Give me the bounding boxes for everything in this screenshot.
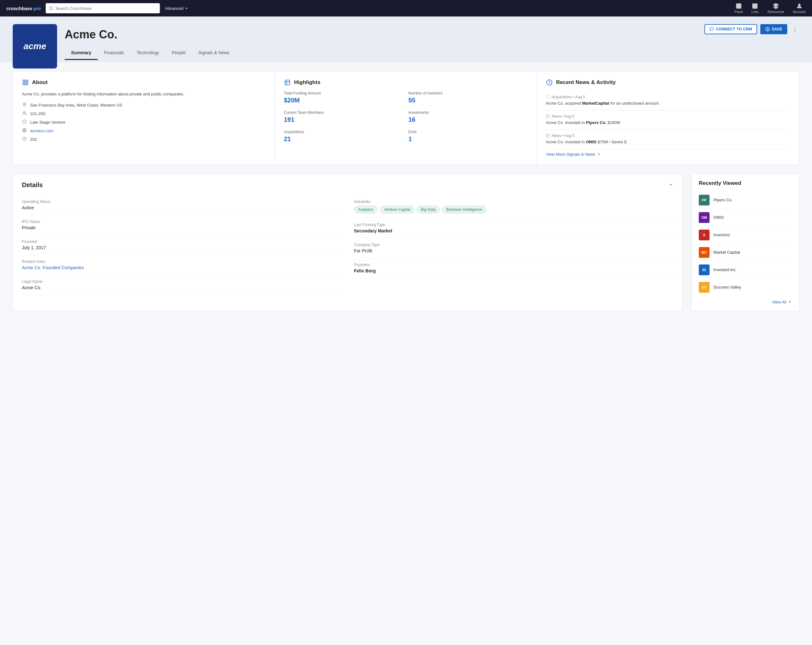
about-location: San Francisco Bay Area, West Coast, West… [22, 102, 266, 108]
news-text-2: Acme Co. invested in Pipers Co. $160M [546, 120, 790, 126]
svg-point-18 [24, 104, 25, 104]
news-icon [546, 79, 553, 86]
about-website[interactable]: acmeco.com [22, 128, 266, 134]
profile-header: acme Acme Co. Summary Financials Technol… [0, 17, 812, 62]
profile-info: Acme Co. Summary Financials Technology P… [65, 24, 799, 60]
nav-resources[interactable]: Resources [768, 3, 785, 14]
news-item-1: Acquisitions • Aug 5 Acme Co. acquired M… [546, 91, 790, 110]
details-left-col: Operating Status Active IPO Status Priva… [22, 195, 341, 295]
news-meta-2: News • Aug 5 [546, 114, 790, 119]
acquisition-icon [546, 95, 550, 99]
svg-rect-16 [23, 83, 25, 85]
connect-crm-button[interactable]: CONNECT TO CRM [704, 24, 757, 34]
rv-item-omis[interactable]: OM OMIS [699, 209, 792, 226]
news-text-3: Acme Co. invested in OMIS $75M / Series … [546, 139, 790, 145]
svg-rect-17 [26, 83, 28, 85]
chip-bi[interactable]: Business Intelligence [442, 206, 486, 213]
recently-viewed-title: Recently Viewed [699, 180, 792, 186]
detail-founded: Founded July 1, 2017 [22, 235, 341, 255]
chip-bigdata[interactable]: Big Data [417, 206, 440, 213]
view-all-link[interactable]: View All [699, 300, 792, 304]
resources-icon [773, 3, 779, 9]
save-plus-icon [765, 27, 770, 31]
view-all-arrow-icon [788, 300, 792, 304]
top-section: About Acme Co. provides a platform for f… [13, 71, 799, 165]
nav-right: Feed Lists Resources Account [735, 3, 806, 14]
advanced-button[interactable]: Advanced [165, 6, 188, 11]
chevron-down-icon [185, 6, 188, 10]
location-icon [22, 102, 27, 108]
chip-analytics[interactable]: Analytics [354, 206, 377, 213]
main-content: About Acme Co. provides a platform for f… [0, 62, 812, 320]
details-collapse-button[interactable] [668, 182, 673, 188]
bottom-section: Details Operating Status Active IPO Stat… [13, 174, 799, 311]
news-text-1: Acme Co. acquired MarketCapital for an u… [546, 101, 790, 106]
rv-item-successv[interactable]: SV Success Valley [699, 279, 792, 296]
svg-point-0 [49, 7, 52, 9]
highlight-acquisitions: Acquisitions 21 [284, 130, 403, 143]
news-doc2-icon [546, 134, 550, 138]
search-input[interactable] [55, 6, 157, 11]
tab-summary[interactable]: Summary [65, 46, 98, 60]
about-icon [22, 79, 29, 86]
lists-icon [752, 3, 758, 9]
tab-people[interactable]: People [166, 46, 192, 60]
view-more-news-link[interactable]: View More Signals & News [546, 152, 790, 157]
arrow-right-icon [597, 152, 601, 156]
save-button[interactable]: SAVE [760, 24, 787, 34]
feed-icon [736, 3, 742, 9]
highlights-icon [284, 79, 291, 86]
highlight-team: Current Team Members 191 [284, 110, 403, 124]
company-logo-text: acme [23, 41, 46, 51]
detail-founders: Founders Felix Borg [354, 258, 673, 278]
navbar: crunchbase pro Advanced Feed Lists Resou… [0, 0, 812, 17]
about-stage: Late Stage Venture [22, 120, 266, 125]
industry-chips: Analytics Venture Capital Big Data Busin… [354, 206, 673, 213]
exits-value: 1 [409, 136, 528, 143]
svg-rect-26 [285, 80, 290, 85]
tab-technology[interactable]: Technology [130, 46, 166, 60]
crm-icon [710, 27, 714, 31]
rv-avatar-pipers: PP [699, 195, 710, 206]
investors-value: 55 [409, 97, 528, 104]
highlight-investors: Number of Investors 55 [409, 91, 528, 104]
svg-rect-2 [736, 4, 741, 9]
more-options-button[interactable]: ⋮ [791, 24, 799, 34]
news-doc-icon [546, 114, 550, 118]
tab-financials[interactable]: Financials [98, 46, 130, 60]
detail-related-hubs: Related Hubs Acme Co. Founded Companies [22, 255, 341, 275]
highlights-panel: Highlights Total Funding Amount $20M Num… [275, 71, 537, 164]
rv-item-pipers[interactable]: PP Pipers Co. [699, 192, 792, 209]
website-icon [22, 128, 27, 134]
highlights-title: Highlights [284, 79, 528, 86]
news-meta-1: Acquisitions • Aug 5 [546, 95, 790, 99]
svg-rect-15 [26, 80, 28, 82]
search-bar[interactable] [46, 3, 160, 13]
nav-account[interactable]: Account [793, 3, 806, 14]
tabs: Summary Financials Technology People Sig… [65, 46, 799, 60]
rv-name-omis: OMIS [713, 215, 724, 220]
rv-item-invested[interactable]: IN Invested Inc. [699, 261, 792, 279]
detail-operating-status: Operating Status Active [22, 195, 341, 215]
about-employees: 101-250 [22, 111, 266, 116]
rv-item-investorz[interactable]: II Investorz [699, 226, 792, 244]
stage-icon [22, 120, 27, 125]
funding-value: $20M [284, 97, 403, 104]
rv-avatar-invested: IN [699, 264, 710, 275]
employees-icon [22, 111, 27, 116]
nav-feed[interactable]: Feed [735, 3, 743, 14]
highlight-exits: Exits 1 [409, 130, 528, 143]
details-right-col: Industries Analytics Venture Capital Big… [354, 195, 673, 295]
detail-ipo-status: IPO Status Private [22, 215, 341, 235]
rv-name-investorz: Investorz [713, 232, 730, 237]
rv-avatar-omis: OM [699, 212, 710, 223]
chip-venture[interactable]: Venture Capital [380, 206, 414, 213]
news-title: Recent News & Activity [546, 79, 790, 86]
profile-actions: CONNECT TO CRM SAVE ⋮ [704, 24, 799, 34]
nav-lists[interactable]: Lists [751, 3, 759, 14]
rv-item-marketcap[interactable]: MC Market Capital [699, 244, 792, 261]
company-logo: acme [13, 24, 57, 69]
svg-point-10 [798, 4, 801, 6]
tab-signals[interactable]: Signals & News [192, 46, 236, 60]
acquisitions-value: 21 [284, 136, 403, 143]
